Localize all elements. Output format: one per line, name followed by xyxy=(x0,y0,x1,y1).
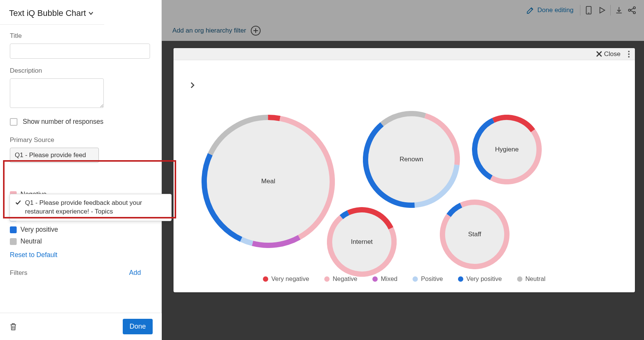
download-icon xyxy=(615,6,623,14)
legend-positive[interactable]: Positive xyxy=(413,275,443,282)
done-editing-button[interactable]: Done editing xyxy=(522,3,578,17)
chevron-down-icon xyxy=(88,11,94,15)
legend-mixed[interactable]: Mixed xyxy=(372,275,397,282)
bubble-label: Meal xyxy=(261,178,275,185)
done-button[interactable]: Done xyxy=(123,319,153,334)
chart-panel: Close MealRenownHygieneInternetStaff Ver… xyxy=(174,48,635,292)
filters-row: Filters Add xyxy=(10,269,152,277)
svg-line-6 xyxy=(630,8,633,10)
panel-title: Text iQ Bubble Chart xyxy=(9,8,86,18)
sentiment-row-very-positive[interactable]: Very positive xyxy=(10,224,152,236)
svg-marker-2 xyxy=(600,7,605,13)
close-panel-button[interactable]: Close xyxy=(594,49,623,59)
legend-very-positive[interactable]: Very positive xyxy=(458,275,502,282)
primary-source-value: Q1 - Please provide feed xyxy=(15,151,86,159)
download-button[interactable] xyxy=(613,4,625,17)
bubble-label: Internet xyxy=(351,238,373,246)
dot-icon xyxy=(263,276,268,282)
chart-body: MealRenownHygieneInternetStaff Very nega… xyxy=(174,60,635,292)
dot-icon xyxy=(413,276,418,282)
dot-icon xyxy=(324,276,330,282)
chart-legend: Very negative Negative Mixed Positive Ve… xyxy=(174,275,635,282)
bubble-meal[interactable]: Meal xyxy=(202,115,335,248)
title-input[interactable] xyxy=(10,44,150,59)
svg-line-7 xyxy=(630,10,633,12)
separator xyxy=(610,5,611,16)
bubble-staff[interactable]: Staff xyxy=(440,200,510,269)
title-field-label: Title xyxy=(10,32,152,40)
show-responses-label: Show number of responses xyxy=(23,118,103,126)
mobile-icon xyxy=(585,6,592,15)
close-icon xyxy=(596,51,602,57)
chart-panel-header: Close xyxy=(174,48,635,60)
legend-negative[interactable]: Negative xyxy=(324,275,357,282)
hierarchy-filter-row: Add an org hierarchy filter xyxy=(162,20,644,41)
show-responses-checkbox[interactable] xyxy=(10,118,17,126)
add-filter-link[interactable]: Add xyxy=(129,269,141,277)
close-label: Close xyxy=(604,50,621,58)
trash-icon xyxy=(9,322,17,331)
bubble-label: Staff xyxy=(468,231,481,238)
side-panel: Text iQ Bubble Chart Title Description S… xyxy=(0,0,162,340)
panel-content: Title Description Show number of respons… xyxy=(0,25,161,277)
sentiment-row-neutral[interactable]: Neutral xyxy=(10,236,152,247)
dropdown-option[interactable]: Q1 - Please provide feedback about your … xyxy=(10,194,171,221)
dot-icon xyxy=(372,276,378,282)
svg-point-5 xyxy=(633,11,636,13)
topbar: Done editing xyxy=(162,0,644,20)
check-icon xyxy=(15,200,21,205)
reset-to-default-link[interactable]: Reset to Default xyxy=(10,251,57,259)
description-field-label: Description xyxy=(10,67,152,75)
chevron-right-icon xyxy=(190,82,195,89)
done-editing-label: Done editing xyxy=(538,6,574,14)
panel-footer: Done xyxy=(0,313,162,340)
primary-source-dropdown: Q1 - Please provide feedback about your … xyxy=(9,194,172,221)
legend-very-negative[interactable]: Very negative xyxy=(263,275,309,282)
primary-source-label: Primary Source xyxy=(10,136,152,144)
delete-widget-button[interactable] xyxy=(9,322,17,331)
separator xyxy=(580,5,580,16)
play-button[interactable] xyxy=(596,4,608,17)
swatch-icon xyxy=(10,238,17,245)
panel-menu-button[interactable] xyxy=(625,51,633,58)
share-button[interactable] xyxy=(626,4,639,17)
description-input[interactable] xyxy=(10,78,104,108)
bubble-internet[interactable]: Internet xyxy=(327,207,397,277)
panel-type-selector[interactable]: Text iQ Bubble Chart xyxy=(0,0,104,25)
svg-point-4 xyxy=(633,6,636,9)
show-responses-row: Show number of responses xyxy=(10,118,152,126)
bubble-label: Renown xyxy=(400,156,423,163)
play-icon xyxy=(598,6,606,14)
dot-icon xyxy=(458,276,463,282)
bubble-label: Hygiene xyxy=(495,146,519,153)
swatch-icon xyxy=(10,226,17,233)
bubble-renown[interactable]: Renown xyxy=(363,111,460,208)
plus-icon xyxy=(253,28,258,33)
primary-source-select[interactable]: Q1 - Please provide feed xyxy=(10,148,99,163)
dot-icon xyxy=(517,276,522,282)
bubble-hygiene[interactable]: Hygiene xyxy=(472,115,542,184)
add-hierarchy-filter-button[interactable] xyxy=(251,26,261,36)
add-hierarchy-filter-link[interactable]: Add an org hierarchy filter xyxy=(172,27,246,34)
edit-icon xyxy=(526,6,535,14)
svg-point-3 xyxy=(628,9,631,11)
mobile-preview-button[interactable] xyxy=(582,4,595,17)
share-icon xyxy=(628,6,637,14)
dropdown-option-label: Q1 - Please provide feedback about your … xyxy=(25,199,166,216)
expand-breadcrumb-button[interactable] xyxy=(188,81,197,90)
legend-neutral[interactable]: Neutral xyxy=(517,275,546,282)
filters-label: Filters xyxy=(10,269,27,277)
